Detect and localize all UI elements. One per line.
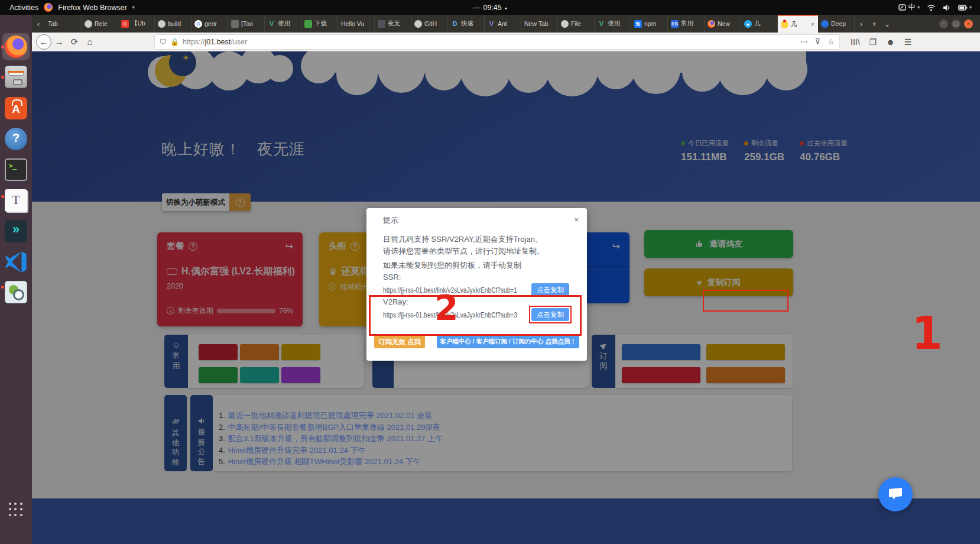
tab-favicon-icon: G xyxy=(194,20,202,28)
window-minimize-button[interactable]: − xyxy=(939,20,948,28)
browser-tab-bar: ‹ Tab Rele C 【Ub build G genr xyxy=(32,15,980,33)
browser-tab[interactable]: 夜无 xyxy=(375,15,411,33)
v2ray-label: V2Ray: xyxy=(383,297,408,306)
subscription-modal: 提示 × 目前几鸡支持 SSR/V2RAY,近期会支持Trojan。 请选择您需… xyxy=(366,208,587,361)
tab-favicon-icon: V xyxy=(488,20,495,28)
notification-dot-icon: ● xyxy=(505,6,507,10)
dock-item-dev-tool[interactable] xyxy=(5,220,27,242)
window-maximize-button[interactable]: ▢ xyxy=(952,20,960,28)
tab-scroll-right-button[interactable]: › xyxy=(855,15,868,33)
back-button[interactable]: ← xyxy=(36,34,51,50)
dock-item-ubuntu-software[interactable] xyxy=(5,97,27,119)
browser-tab[interactable]: Rele xyxy=(82,15,118,33)
tab-favicon-icon xyxy=(231,20,239,28)
app-menu-caret-icon: ▾ xyxy=(132,5,135,10)
modal-title: 提示 xyxy=(383,215,398,226)
tab-close-icon[interactable]: × xyxy=(811,21,814,28)
reload-button[interactable]: ⟳ xyxy=(67,37,82,47)
v2ray-url: https://jj-rss-01.best/link/v2sLvaJyxkrE… xyxy=(383,310,526,319)
dock-item-vscode[interactable] xyxy=(5,251,27,273)
browser-tab[interactable]: V 使用 xyxy=(595,15,631,33)
window-close-button[interactable]: × xyxy=(964,20,973,28)
browser-tab[interactable]: 下载 xyxy=(301,15,338,33)
tab-favicon-icon xyxy=(414,20,422,28)
browser-toolbar: ← → ⟳ ⌂ 🛡 🔒 https://j01.best/user ⋯ ⊽ ☆ … xyxy=(32,33,980,51)
chat-widget-button[interactable] xyxy=(878,477,913,511)
tab-favicon-icon xyxy=(378,20,385,28)
page-url: https://j01.best/user xyxy=(183,38,247,46)
browser-tab[interactable]: G genr xyxy=(192,15,228,33)
wifi-icon[interactable] xyxy=(927,4,936,11)
ssr-label: SSR: xyxy=(383,273,401,281)
browser-tab[interactable]: ▶ 几 xyxy=(741,15,778,33)
tab-favicon-icon: D xyxy=(451,20,459,28)
dock-item-text-editor[interactable] xyxy=(5,189,27,212)
browser-tab[interactable]: Hello Vu xyxy=(338,15,375,33)
library-icon[interactable]: III\ xyxy=(851,37,860,47)
home-button[interactable]: ⌂ xyxy=(82,37,98,47)
browser-tab[interactable]: D 快速 xyxy=(448,15,485,33)
ssr-url: https://jj-rss-01.best/link/v2sLvaJyxkrE… xyxy=(383,286,526,294)
tabs-dropdown-button[interactable]: ⌄ xyxy=(881,15,894,33)
sidebar-icon[interactable]: ❐ xyxy=(869,37,877,47)
modal-text-line2: 请选择您需要的类型节点，进行订阅地址复制。 xyxy=(383,246,544,257)
tab-favicon-icon: 知 xyxy=(634,20,642,28)
tab-favicon-icon xyxy=(158,20,166,28)
new-tab-button[interactable]: + xyxy=(868,15,881,33)
input-source-icon[interactable]: 中▾ xyxy=(898,2,920,12)
browser-tab[interactable]: V Ant xyxy=(485,15,521,33)
account-icon[interactable]: ☻ xyxy=(886,37,895,47)
dock-item-terminal[interactable] xyxy=(5,158,27,181)
browser-tab[interactable]: New Tab xyxy=(521,15,558,33)
lock-icon[interactable]: 🔒 xyxy=(170,38,179,46)
browser-tab[interactable]: [Too xyxy=(228,15,265,33)
bookmark-star-icon[interactable]: ☆ xyxy=(828,37,835,46)
show-applications-button[interactable] xyxy=(9,503,23,517)
volume-icon[interactable] xyxy=(943,4,951,11)
browser-tab[interactable]: Deep xyxy=(818,15,855,33)
browser-tab[interactable]: File xyxy=(558,15,595,33)
modal-text-line1: 目前几鸡支持 SSR/V2RAY,近期会支持Trojan。 xyxy=(383,234,543,245)
chat-bubble-icon xyxy=(888,487,903,501)
app-menu-button[interactable]: Firefox Web Browser xyxy=(58,4,126,12)
tab-favicon-icon: EB xyxy=(671,20,679,28)
browser-tab[interactable]: build xyxy=(155,15,192,33)
browser-tab[interactable]: GitH xyxy=(411,15,448,33)
browser-tab[interactable]: C 【Ub xyxy=(118,15,155,33)
tab-favicon-icon: C xyxy=(121,20,129,28)
shield-icon[interactable]: 🛡 xyxy=(160,38,167,46)
tabs-list: Tab Rele C 【Ub build G genr [Too xyxy=(45,15,855,33)
activities-button[interactable]: Activities xyxy=(9,4,38,12)
tab-favicon-icon: ▶ xyxy=(742,18,753,29)
tab-favicon-icon xyxy=(821,20,829,28)
browser-tab[interactable]: 知 npm xyxy=(631,15,668,33)
browser-tab[interactable]: Tab xyxy=(45,15,82,33)
tab-favicon-icon xyxy=(708,20,715,28)
browser-tab[interactable]: V 使用 xyxy=(265,15,301,33)
clock-dash: — xyxy=(473,4,481,12)
modal-text-line3: 如果未能复制到您的剪切板，请手动复制 xyxy=(383,260,521,271)
firefox-logo-icon xyxy=(44,3,53,12)
modal-close-icon[interactable]: × xyxy=(574,215,579,224)
tab-scroll-left-button[interactable]: ‹ xyxy=(32,15,45,33)
url-bar-input[interactable]: 🛡 🔒 https://j01.best/user ⋯ ⊽ ☆ xyxy=(154,34,840,50)
pocket-icon[interactable]: ⊽ xyxy=(815,37,821,46)
browser-tab[interactable]: 几 × xyxy=(778,15,818,33)
clock[interactable]: — 09:45 ● xyxy=(0,0,980,15)
dock-item-archive-manager[interactable] xyxy=(5,66,27,88)
v2ray-copy-button[interactable]: 点击复制 xyxy=(531,308,569,321)
dock xyxy=(0,15,32,544)
hamburger-menu-icon[interactable]: ☰ xyxy=(904,37,912,47)
dock-item-help[interactable] xyxy=(5,128,27,150)
dock-item-firefox[interactable] xyxy=(5,35,27,58)
ssr-copy-button[interactable]: 点击复制 xyxy=(531,283,569,296)
forward-button[interactable]: → xyxy=(51,37,67,47)
battery-icon[interactable]: ▾ xyxy=(958,5,972,11)
browser-tab[interactable]: New xyxy=(705,15,741,33)
tab-favicon-icon: V xyxy=(268,20,275,28)
browser-tab[interactable]: EB 常用 xyxy=(668,15,705,33)
dock-item-screenshot-tool[interactable] xyxy=(5,281,27,303)
subscription-invalid-button[interactable]: 订阅无效 点我 xyxy=(374,335,425,348)
client-center-button[interactable]: 客户端中心 / 客户端订阅 / 订阅の中心 点我点我！ xyxy=(437,335,579,348)
page-actions-icon[interactable]: ⋯ xyxy=(800,37,808,46)
